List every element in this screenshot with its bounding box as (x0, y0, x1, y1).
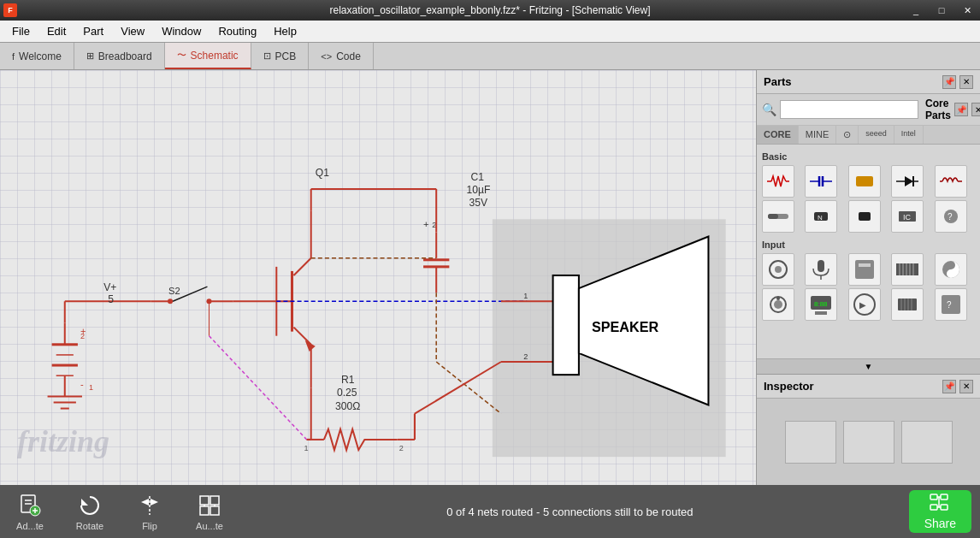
svg-text:1: 1 (304, 444, 309, 452)
svg-rect-114 (815, 311, 827, 315)
part-resistor[interactable] (762, 165, 794, 198)
part-unknown1[interactable] (848, 165, 881, 198)
add-button[interactable]: Ad...te (9, 493, 51, 531)
inspector-header: Inspector 📌 ✕ (757, 375, 980, 399)
core-parts-controls[interactable]: 📌 ✕ (954, 103, 980, 116)
parts-cat-seeed[interactable]: seeed (859, 126, 894, 144)
part-sensor2[interactable]: ▶ (848, 288, 881, 321)
part-inductor[interactable] (935, 165, 967, 198)
svg-point-17 (168, 299, 173, 304)
rotate-button[interactable]: Rotate (68, 493, 111, 531)
svg-rect-143 (941, 505, 948, 510)
parts-cat-intel[interactable]: Intel (894, 126, 924, 144)
close-button[interactable]: ✕ (954, 0, 980, 21)
part-potentiometer[interactable] (762, 253, 794, 286)
parts-cat-core[interactable]: CORE (757, 126, 799, 144)
part-yin-yang[interactable] (935, 253, 967, 286)
svg-marker-82 (905, 176, 913, 186)
part-unknown3[interactable]: ? (935, 288, 967, 321)
tab-welcome[interactable]: f Welcome (0, 43, 74, 69)
autoroute-button[interactable]: Au...te (188, 493, 231, 531)
part-ic[interactable]: IC (891, 200, 924, 233)
svg-text:R1: R1 (341, 374, 355, 386)
share-button[interactable]: Share (909, 490, 971, 533)
bottom-toolbar: Ad...te Rotate Flip Au...te 0 of 4 nets … (0, 485, 980, 538)
parts-search-row: 🔍 Core Parts 📌 ✕ (757, 94, 980, 126)
minimize-button[interactable]: _ (903, 0, 929, 21)
svg-marker-130 (81, 499, 88, 505)
tab-pcb[interactable]: ⊡ PCB (251, 43, 310, 69)
parts-search-input[interactable] (780, 100, 918, 119)
share-label: Share (924, 517, 956, 530)
part-display[interactable]: 8:88 (805, 288, 837, 321)
core-parts-pin[interactable]: 📌 (954, 103, 968, 116)
svg-rect-135 (210, 496, 219, 505)
add-label: Ad...te (16, 521, 44, 531)
inspector-close[interactable]: ✕ (959, 380, 973, 393)
menu-help[interactable]: Help (265, 22, 305, 40)
part-diode[interactable] (891, 165, 924, 198)
maximize-button[interactable]: □ (929, 0, 954, 21)
tab-schematic[interactable]: 〜 Schematic (165, 43, 251, 69)
schematic-canvas[interactable]: + 2 - 1 S2 V+ 5 (0, 70, 756, 485)
parts-basic-label: Basic (762, 150, 975, 165)
core-parts-label: Core Parts (925, 98, 951, 121)
svg-rect-88 (768, 214, 778, 219)
part-transistor[interactable] (848, 200, 881, 233)
parts-close-button[interactable]: ✕ (959, 75, 973, 89)
parts-header-controls[interactable]: 📌 ✕ (942, 75, 973, 89)
svg-point-111 (776, 297, 780, 300)
svg-text:S2: S2 (168, 286, 180, 296)
parts-scroll-down[interactable]: ▼ (757, 358, 980, 374)
menubar: File Edit Part View Window Routing Help (0, 21, 980, 43)
core-parts-close[interactable]: ✕ (971, 103, 980, 116)
svg-line-57 (436, 362, 501, 414)
svg-text:300Ω: 300Ω (335, 400, 360, 412)
inspector-box-2 (843, 421, 894, 464)
routing-status: 0 of 4 nets routed - 5 connections still… (248, 505, 892, 518)
inspector-section: Inspector 📌 ✕ (757, 374, 980, 485)
menu-view[interactable]: View (112, 22, 153, 40)
part-led[interactable]: N (805, 200, 837, 233)
flip-button[interactable]: Flip (128, 493, 171, 531)
part-jumper[interactable] (891, 253, 924, 286)
parts-cat-mine[interactable]: MINE (799, 126, 837, 144)
flip-label: Flip (142, 521, 157, 531)
svg-rect-98 (818, 260, 824, 272)
inspector-pin[interactable]: 📌 (942, 380, 956, 393)
app-icon: F (3, 3, 17, 17)
tab-code[interactable]: <> Code (309, 43, 374, 69)
svg-text:C1: C1 (471, 171, 485, 183)
svg-rect-141 (941, 494, 948, 500)
parts-pin-button[interactable]: 📌 (942, 75, 956, 89)
part-relay[interactable] (891, 288, 924, 321)
svg-rect-117 (898, 299, 917, 310)
part-sensor1[interactable] (848, 253, 881, 286)
inspector-controls[interactable]: 📌 ✕ (942, 380, 973, 393)
input-parts-grid: 8:88 ▶ ? (762, 253, 975, 321)
parts-cat-arduino[interactable]: ⊙ (836, 126, 859, 144)
svg-text:10µF: 10µF (467, 184, 491, 196)
fritzing-watermark: fritzing (17, 423, 109, 459)
part-switch[interactable] (762, 200, 794, 233)
code-tab-icon: <> (321, 51, 332, 62)
menu-part[interactable]: Part (74, 22, 112, 40)
schematic-tab-icon: 〜 (177, 49, 186, 62)
menu-file[interactable]: File (3, 22, 38, 40)
part-unknown2[interactable]: ? (935, 200, 967, 233)
menu-edit[interactable]: Edit (38, 22, 74, 40)
part-microphone[interactable] (805, 253, 837, 286)
search-icon: 🔍 (762, 103, 776, 116)
svg-rect-64 (553, 275, 579, 375)
window-controls[interactable]: _ □ ✕ (903, 0, 980, 21)
part-capacitor[interactable] (805, 165, 837, 198)
inspector-content (757, 399, 980, 485)
menu-window[interactable]: Window (153, 22, 210, 40)
svg-text:35V: 35V (469, 197, 488, 209)
tab-breadboard[interactable]: ⊞ Breadboard (74, 43, 165, 69)
autoroute-label: Au...te (196, 521, 223, 531)
svg-rect-91 (859, 212, 871, 221)
menu-routing[interactable]: Routing (210, 22, 265, 40)
svg-text:Q1: Q1 (316, 167, 329, 179)
part-encoder[interactable] (762, 288, 794, 321)
